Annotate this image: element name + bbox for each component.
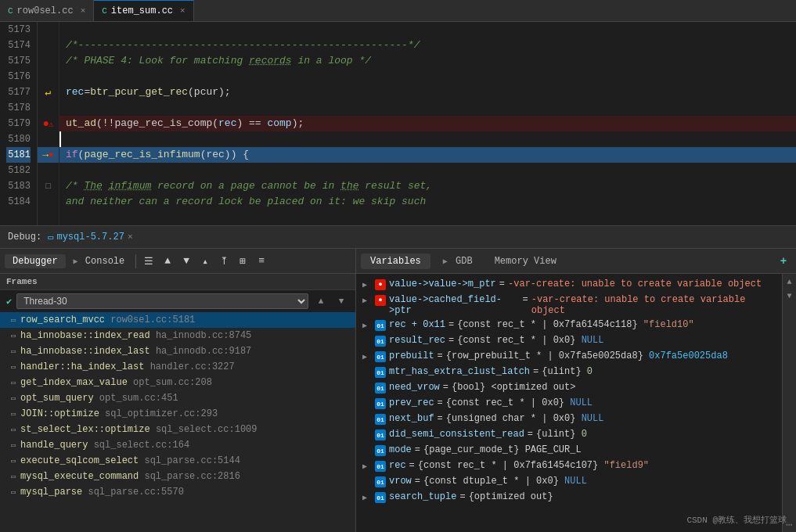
expand-icon-14[interactable]: ▶ xyxy=(362,493,372,502)
var-eq-10: = xyxy=(528,429,533,440)
expand-icon-5[interactable]: ▶ xyxy=(362,352,372,361)
ln-5181: 5181 xyxy=(6,147,31,163)
var-name-9: next_buf xyxy=(389,413,434,424)
tab-debugger[interactable]: Debugger xyxy=(5,254,66,268)
code-content[interactable]: /*--------------------------------------… xyxy=(59,22,796,225)
frame-item-5[interactable]: ▭ get_index_max_value opt_sum.cc:208 xyxy=(0,375,355,390)
toolbar-left: Debugger ▶ Console ☰ ▲ ▼ ▴ ⤒ ⊞ ≡ xyxy=(5,253,271,270)
frame-name-1: row_search_mvcc row0sel.cc:5181 xyxy=(20,315,195,325)
var-name-3: rec + 0x11 xyxy=(389,319,445,330)
var-name-6: mtr_has_extra_clust_latch xyxy=(389,366,530,377)
var-value-11: {page_cur_mode_t} PAGE_CUR_L xyxy=(423,444,582,455)
debug-bar: Debug: ▭ mysql-5.7.27 × xyxy=(0,225,796,249)
frame-item-11[interactable]: ▭ mysql_execute_command sql_parse.cc:281… xyxy=(0,469,355,484)
frame-name-3: ha_innobase::index_last ha_innodb.cc:918… xyxy=(20,346,251,357)
frame-item-10[interactable]: ▭ execute_sqlcom_select sql_parse.cc:514… xyxy=(0,453,355,469)
frame-item-3[interactable]: ▭ ha_innobase::index_last ha_innodb.cc:9… xyxy=(0,343,355,359)
frame-item-8[interactable]: ▭ st_select_lex::optimize sql_select.cc:… xyxy=(0,422,355,437)
tab-gdb[interactable]: ▶ GDB xyxy=(434,253,482,269)
add-variable-btn[interactable]: + xyxy=(776,253,791,269)
frame-name-6: opt_sum_query opt_sum.cc:451 xyxy=(20,393,178,404)
frame-icon-11: ▭ xyxy=(11,472,16,481)
var-row-8: ▶ 01 prev_rec = {const rec_t * | 0x0} NU… xyxy=(356,396,782,412)
var-type-9: 01 xyxy=(375,414,386,425)
expand-icon-3[interactable]: ▶ xyxy=(362,321,372,330)
watermark: CSDN @教练、我想打篮球 xyxy=(686,514,787,526)
tab-memory[interactable]: Memory View xyxy=(485,253,566,269)
code-line-5180[interactable] xyxy=(59,131,796,147)
var-row-6: ▶ 01 mtr_has_extra_clust_latch = {ulint}… xyxy=(356,365,782,380)
tab-close-item-sum[interactable]: × xyxy=(180,6,185,16)
code-line-5178 xyxy=(59,100,796,116)
var-value-7: {bool} <optimized out> xyxy=(452,382,575,393)
bottom-panel: Debugger ▶ Console ☰ ▲ ▼ ▴ ⤒ ⊞ ≡ Frames xyxy=(0,249,796,532)
btn-list-all[interactable]: ☰ xyxy=(139,253,158,270)
tab-label: row0sel.cc xyxy=(17,5,74,16)
var-row-14: ▶ 01 search_tuple = {optimized out} xyxy=(356,490,782,505)
var-row-2: ▶ ● value->cached_field->ptr = -var-crea… xyxy=(356,293,782,318)
var-row-12: ▶ 01 rec = {const rec_t * | 0x7fa61454c1… xyxy=(356,458,782,474)
tab-variables[interactable]: Variables xyxy=(361,253,430,269)
frame-name-4: handler::ha_index_last handler.cc:3227 xyxy=(20,361,235,372)
code-line-5181: if (page_rec_is_infimum(rec)) { xyxy=(59,147,796,163)
expand-icon-1[interactable]: ▶ xyxy=(362,280,372,289)
thread-down-btn[interactable]: ▼ xyxy=(333,293,349,309)
thread-up-btn[interactable]: ▲ xyxy=(313,293,329,309)
tab-close-row0sel[interactable]: × xyxy=(81,6,86,16)
frame-icon-2: ▭ xyxy=(11,331,16,340)
frame-item-4[interactable]: ▭ handler::ha_index_last handler.cc:3227 xyxy=(0,359,355,375)
side-btn-up[interactable]: ▲ xyxy=(783,275,796,288)
expand-icon-2[interactable]: ▶ xyxy=(362,296,372,305)
c-file-icon2: C xyxy=(102,6,107,16)
session-name: mysql-5.7.27 xyxy=(56,232,124,243)
tab-console[interactable]: ▶ Console xyxy=(66,254,133,268)
frame-icon-3: ▭ xyxy=(11,347,16,356)
btn-run-to-cursor[interactable]: ⤒ xyxy=(214,253,233,270)
frame-item-6[interactable]: ▭ opt_sum_query opt_sum.cc:451 xyxy=(0,390,355,406)
var-eq-8: = xyxy=(438,397,443,408)
var-value-6: {ulint} 0 xyxy=(542,366,592,377)
thread-item: ✔ Thread-30 ▲ ▼ xyxy=(0,290,355,312)
thread-select[interactable]: Thread-30 xyxy=(16,293,308,309)
var-name-7: need_vrow xyxy=(389,382,440,393)
code-line-5179: ut_ad(!!page_rec_is_comp(rec) == comp); xyxy=(59,116,796,131)
expand-icon-12[interactable]: ▶ xyxy=(362,462,372,471)
frame-icon-8: ▭ xyxy=(11,425,16,434)
ln-5175: 5175 xyxy=(6,53,31,69)
btn-step-out[interactable]: ▴ xyxy=(196,253,214,270)
var-row-1: ▶ ● value->value->m_ptr = -var-create: u… xyxy=(356,277,782,293)
line-numbers: 5173 5174 5175 5176 5177 5178 5179 5180 … xyxy=(0,22,38,225)
frame-name-11: mysql_execute_command sql_parse.cc:2816 xyxy=(20,471,240,482)
frame-item-1[interactable]: ▭ row_search_mvcc row0sel.cc:5181 xyxy=(0,312,355,328)
frame-item-2[interactable]: ▭ ha_innobase::index_read ha_innodb.cc:8… xyxy=(0,328,355,343)
btn-step-up[interactable]: ▲ xyxy=(158,253,177,270)
code-editor: 5173 5174 5175 5176 5177 5178 5179 5180 … xyxy=(0,22,796,225)
var-name-4: result_rec xyxy=(389,335,445,346)
btn-table-view[interactable]: ⊞ xyxy=(233,253,252,270)
var-row-5: ▶ 01 prebuilt = {row_prebuilt_t * | 0x7f… xyxy=(356,349,782,365)
debug-session[interactable]: ▭ mysql-5.7.27 × xyxy=(48,232,132,243)
frame-item-12[interactable]: ▭ mysql_parse sql_parse.cc:5570 xyxy=(0,484,355,500)
var-name-8: prev_rec xyxy=(389,397,434,408)
arrow-icon: ↵ xyxy=(45,86,52,99)
frame-item-9[interactable]: ▭ handle_query sql_select.cc:164 xyxy=(0,437,355,453)
tab-row0sel[interactable]: C row0sel.cc × xyxy=(0,0,94,21)
var-row-3: ▶ 01 rec + 0x11 = {const rec_t * | 0x7fa… xyxy=(356,318,782,333)
var-value-2: -var-create: unable to create variable o… xyxy=(531,294,776,316)
frame-name-2: ha_innobase::index_read ha_innodb.cc:874… xyxy=(20,330,251,341)
console-icon: ▶ xyxy=(74,257,78,266)
ln-5183: 5183 xyxy=(6,178,31,194)
ln-5176: 5176 xyxy=(6,69,31,84)
current-arrow-icon: → xyxy=(42,149,49,161)
tab-item-sum[interactable]: C item_sum.cc × xyxy=(94,0,193,21)
code-line-5183: /* The infimum record on a page cannot b… xyxy=(59,178,796,194)
frame-item-7[interactable]: ▭ JOIN::optimize sql_optimizer.cc:293 xyxy=(0,406,355,422)
debug-session-close[interactable]: × xyxy=(128,232,133,242)
btn-step-down[interactable]: ▼ xyxy=(177,253,196,270)
side-btn-down[interactable]: ▼ xyxy=(783,289,796,302)
error-icon: ⚠ xyxy=(49,119,54,129)
var-value-10: {ulint} 0 xyxy=(536,429,587,440)
var-row-11: ▶ 01 mode = {page_cur_mode_t} PAGE_CUR_L xyxy=(356,443,782,458)
btn-list-view[interactable]: ≡ xyxy=(252,253,271,270)
var-name-13: vrow xyxy=(389,476,412,487)
